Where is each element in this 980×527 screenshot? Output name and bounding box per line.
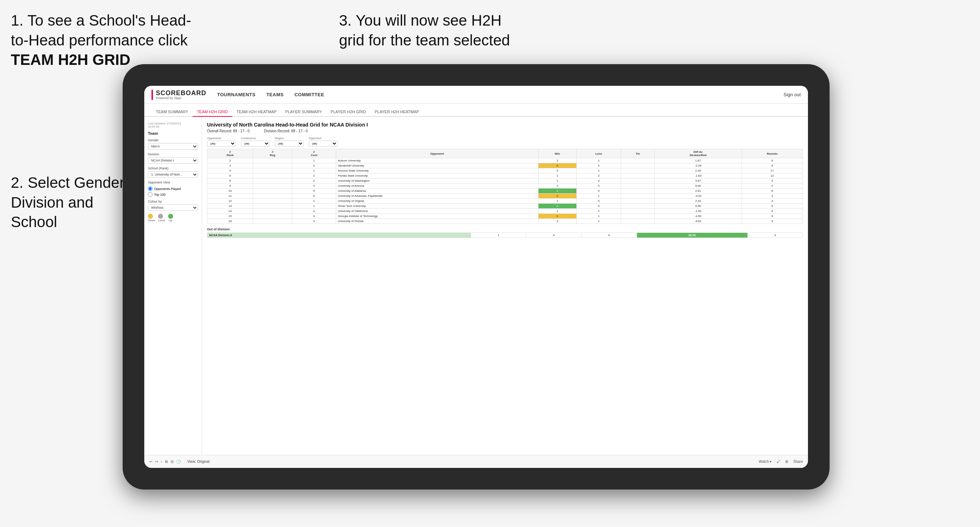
cell-loss: 0 [576,178,621,184]
sign-out-link[interactable]: Sign out [783,92,801,97]
cell-conf: 2 [292,178,336,184]
cell-conf: 1 [292,198,336,204]
tab-team-h2h-heatmap[interactable]: TEAM H2H HEATMAP [232,108,281,117]
annotation-1: 1. To see a School's Head- to-Head perfo… [11,11,198,70]
cell-opponent: Arizona State University [336,168,538,173]
toolbar-share[interactable]: Share [793,460,803,464]
cell-diff: -4.33 [655,194,741,198]
division-record: Division Record: 88 - 17 - 0 [264,129,308,133]
table-row: 6 2 Florida State University 1 2 -1.83 1… [207,173,803,178]
cell-loss: 0 [576,184,621,189]
radio-top100[interactable]: Top 100 [148,192,198,197]
cell-loss: 0 [576,204,621,209]
opponent-filter-select[interactable]: (All) [309,141,337,147]
cell-rounds: 17 [741,168,803,173]
cell-reg [253,168,292,173]
tab-player-h2h-heatmap[interactable]: PLAYER H2H HEATMAP [371,108,423,117]
cell-tie [621,198,655,204]
cell-win: 2 [538,158,576,163]
cell-diff: -1.83 [655,173,741,178]
overall-record: Overall Record: 89 - 17 - 0 [207,129,250,133]
toolbar-redo[interactable]: ↪ [155,460,158,464]
cell-tie [621,204,655,209]
filter-region-label: Region [275,137,304,140]
filter-opponents: Opponents: (All) [207,137,236,147]
cell-loss: 2 [576,209,621,214]
cell-opponent: Florida State University [336,173,538,178]
cell-conf: 3 [292,184,336,189]
col-rounds: Rounds [741,149,803,158]
region-filter-select[interactable]: (All) [275,141,304,147]
conference-filter-select[interactable]: (All) [241,141,270,147]
toolbar-undo[interactable]: ↩ [150,460,152,464]
tablet-screen: SCOREBOARD Powered by clippi TOURNAMENTS… [144,86,808,468]
sidebar-division-label: Division [148,152,198,156]
table-header-row: #Rank #Reg #Conf Opponent Win Loss Tie D… [207,149,803,158]
ood-tie: 0 [581,233,636,238]
radio-opponents-played[interactable]: Opponents Played [148,186,198,191]
h2h-table: #Rank #Reg #Conf Opponent Win Loss Tie D… [207,149,803,224]
sidebar: Last Updated: 27/03/202416:55:38 Team Ge… [144,117,202,455]
toolbar-icon2[interactable]: ⊞ [785,460,788,464]
toolbar-watch[interactable]: Watch ▾ [759,460,772,464]
cell-conf: 2 [292,209,336,214]
filter-conference: Conference (All) [241,137,270,147]
tablet-device: SCOREBOARD Powered by clippi TOURNAMENTS… [123,64,830,489]
cell-diff: -2.29 [655,163,741,168]
opponent-radio-group: Opponents Played Top 100 [148,186,198,197]
cell-reg [253,219,292,224]
toolbar-paste[interactable]: ⊟ [170,460,173,464]
cell-win: 3 [538,189,576,194]
cell-diff: 5.56 [655,204,741,209]
tab-player-h2h-grid[interactable]: PLAYER H2H GRID [326,108,371,117]
table-row: 14 2 University of Oklahoma 1 2 -1.00 9 [207,209,803,214]
cell-conf: 1 [292,204,336,209]
cell-rank: 2 [207,158,253,163]
colour-level-label: Level [158,219,165,222]
division-select[interactable]: NCAA Division I [148,157,198,163]
table-row: 12 1 University of Virginia 1 0 2.33 3 [207,198,803,204]
cell-tie [621,168,655,173]
out-of-division-row: NCAA Division II 1 0 0 26.00 3 [207,233,803,238]
nav-tournaments[interactable]: TOURNAMENTS [217,90,255,99]
toolbar-back[interactable]: ‹ [161,460,162,464]
filter-region: Region (All) [275,137,304,147]
nav-teams[interactable]: TEAMS [266,90,283,99]
cell-rounds: 8 [741,189,803,194]
cell-opponent: University of Florida [336,219,538,224]
toolbar-copy[interactable]: ⊞ [165,460,168,464]
out-of-division-header: Out of division [207,227,803,231]
tab-team-summary[interactable]: TEAM SUMMARY [151,108,192,117]
cell-win: 1 [538,184,576,189]
cell-win: 0 [538,163,576,168]
cell-win: 1 [538,178,576,184]
cell-diff: 2.33 [655,198,741,204]
cell-rounds: 3 [741,178,803,184]
ood-rounds: 3 [747,233,803,238]
cell-rank: 15 [207,214,253,219]
colour-by-select[interactable]: Win/loss [148,205,198,211]
table-row: 13 1 Texas Tech University 3 0 5.56 9 [207,204,803,209]
colour-by-label: Colour by [148,200,198,203]
cell-rounds: 3 [741,194,803,198]
cell-rank: 13 [207,204,253,209]
app-navbar: SCOREBOARD Powered by clippi TOURNAMENTS… [144,86,808,104]
cell-rank: 8 [207,178,253,184]
tab-player-summary[interactable]: PLAYER SUMMARY [281,108,326,117]
cell-tie [621,173,655,178]
cell-conf: 6 [292,194,336,198]
cell-win: 1 [538,198,576,204]
cell-tie [621,214,655,219]
opponents-filter-select[interactable]: (All) [207,141,236,147]
nav-committee[interactable]: COMMITTEE [294,90,324,99]
toolbar-clock[interactable]: 🕐 [177,460,181,464]
toolbar-icon1[interactable]: 🖊 [776,460,780,464]
cell-loss: 1 [576,194,621,198]
gender-select[interactable]: Men's [148,143,198,149]
cell-rank: 4 [207,168,253,173]
cell-loss: 2 [576,173,621,178]
cell-opponent: Auburn University [336,158,538,163]
school-select[interactable]: 1. University of Nort... [148,171,198,178]
cell-tie [621,189,655,194]
tab-team-h2h-grid[interactable]: TEAM H2H GRID [192,108,232,117]
